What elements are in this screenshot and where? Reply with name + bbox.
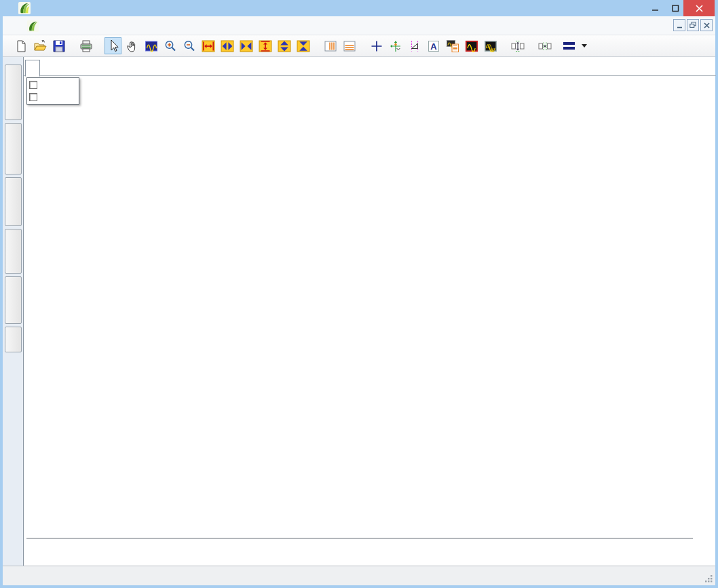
maximize-icon xyxy=(672,5,679,12)
tracker-icon xyxy=(389,39,402,53)
pan-tool-button[interactable] xyxy=(124,37,140,54)
caliper-button[interactable] xyxy=(406,37,423,54)
caliper-icon xyxy=(408,39,421,53)
print-button[interactable] xyxy=(77,37,94,54)
print-icon xyxy=(79,39,93,53)
zoom-window-icon xyxy=(145,39,158,53)
crosshair-icon xyxy=(370,39,383,53)
fit-vertical-icon xyxy=(259,39,272,53)
single-plot-view-button[interactable] xyxy=(463,37,480,54)
new-file-button[interactable] xyxy=(12,37,29,54)
plot-report-button[interactable] xyxy=(444,37,461,54)
zoom-window-button[interactable] xyxy=(143,37,159,54)
v-zoom-out-button[interactable] xyxy=(276,37,292,54)
fit-horizontal-icon xyxy=(202,39,215,53)
mdi-minimize-button[interactable] xyxy=(673,19,685,31)
mdi-restore-button[interactable] xyxy=(687,19,699,31)
toolbar: A xyxy=(3,35,715,57)
multi-plot-view-button[interactable] xyxy=(482,37,499,54)
status-bar xyxy=(3,566,715,585)
mdi-restore-icon xyxy=(689,22,696,29)
legend-checkbox-db20[interactable] xyxy=(29,81,37,89)
mdi-minimize-icon xyxy=(677,22,683,29)
zoom-in-button[interactable] xyxy=(162,37,178,54)
legend-item xyxy=(29,79,75,91)
menu-bar xyxy=(3,16,715,35)
legend-checkbox-ph[interactable] xyxy=(29,93,37,101)
plot-report-icon xyxy=(446,39,459,53)
zoom-in-icon xyxy=(164,39,177,53)
resize-grip[interactable] xyxy=(704,574,713,583)
save-button[interactable] xyxy=(50,37,67,54)
document-tab[interactable] xyxy=(25,60,40,77)
tracker-button[interactable] xyxy=(387,37,404,54)
v-zoom-in-icon xyxy=(297,39,310,53)
sidebar xyxy=(3,57,23,566)
equal-horizontal-spacing-button[interactable] xyxy=(536,37,553,54)
legend-item xyxy=(29,91,75,103)
v-zoom-out-icon xyxy=(278,39,291,53)
zoom-out-icon xyxy=(183,39,196,53)
save-icon xyxy=(52,39,66,53)
sidebar-tab-edit-axes[interactable] xyxy=(5,177,22,226)
sidebar-tab-hide[interactable] xyxy=(5,327,22,352)
text-annotation-button[interactable]: A xyxy=(425,37,442,54)
select-tool-button[interactable] xyxy=(105,37,121,54)
open-file-button[interactable] xyxy=(31,37,48,54)
menu-help[interactable] xyxy=(164,16,172,35)
fit-horizontal-button[interactable] xyxy=(200,37,216,54)
select-tool-icon xyxy=(107,39,120,53)
sidebar-tab-edit-graph[interactable] xyxy=(5,123,22,174)
mdi-close-icon xyxy=(704,22,710,29)
horizontal-markers-button[interactable] xyxy=(341,37,358,54)
crosshair-button[interactable] xyxy=(368,37,385,54)
maximize-button[interactable] xyxy=(666,0,685,16)
open-file-icon xyxy=(33,39,47,53)
minimize-icon xyxy=(652,5,659,12)
menu-file[interactable] xyxy=(42,16,50,35)
mdi-close-button[interactable] xyxy=(700,19,713,31)
app-window: A xyxy=(0,0,718,588)
menu-edit[interactable] xyxy=(68,16,76,35)
cursor-readout-table xyxy=(26,538,693,539)
h-zoom-in-button[interactable] xyxy=(238,37,254,54)
sidebar-tab-edit-plots[interactable] xyxy=(5,65,22,120)
svg-text:A: A xyxy=(430,41,437,51)
close-button[interactable] xyxy=(683,0,715,16)
sidebar-tab-workspace[interactable] xyxy=(5,276,22,324)
equal-vertical-spacing-icon xyxy=(511,39,525,53)
layout-icon xyxy=(563,41,575,51)
new-file-icon xyxy=(14,39,28,53)
plot-area[interactable] xyxy=(24,76,716,483)
zoom-out-button[interactable] xyxy=(181,37,197,54)
horizontal-markers-icon xyxy=(343,39,356,53)
plot-legend xyxy=(26,77,79,105)
pan-tool-icon xyxy=(126,39,139,53)
layout-dropdown[interactable] xyxy=(559,37,591,54)
close-icon xyxy=(696,5,703,12)
menu-windows[interactable] xyxy=(122,16,130,35)
single-plot-view-icon xyxy=(465,39,478,53)
h-zoom-out-icon xyxy=(221,39,234,53)
window-title xyxy=(0,0,718,16)
document-tab-bar xyxy=(24,57,716,76)
equal-vertical-spacing-button[interactable] xyxy=(509,37,526,54)
menu-view[interactable] xyxy=(94,16,102,35)
equal-horizontal-spacing-icon xyxy=(538,39,552,53)
minimize-button[interactable] xyxy=(646,0,665,16)
v-zoom-in-button[interactable] xyxy=(295,37,311,54)
title-bar xyxy=(0,0,718,16)
document-area xyxy=(23,57,715,566)
sidebar-tab-tracker[interactable] xyxy=(5,229,22,274)
text-annotation-icon: A xyxy=(427,39,440,53)
h-zoom-out-button[interactable] xyxy=(219,37,235,54)
chevron-down-icon xyxy=(582,44,587,48)
multi-plot-view-icon xyxy=(484,39,497,53)
vertical-markers-icon xyxy=(324,39,337,53)
h-zoom-in-icon xyxy=(240,39,253,53)
vertical-markers-button[interactable] xyxy=(322,37,339,54)
document-logo-icon xyxy=(27,20,39,32)
fit-vertical-button[interactable] xyxy=(257,37,273,54)
